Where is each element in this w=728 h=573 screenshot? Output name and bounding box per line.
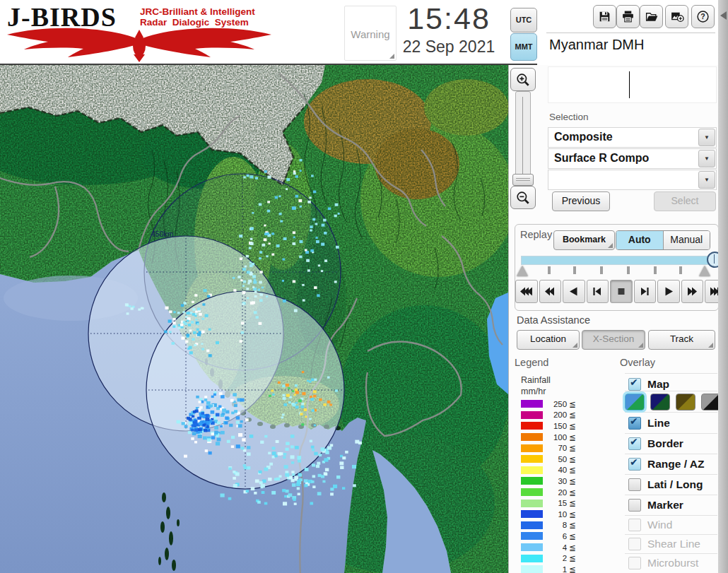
- rain-echo-pixel: [245, 266, 247, 268]
- map-style-olive-khaki[interactable]: [676, 394, 695, 410]
- rain-echo-pixel: [283, 259, 286, 261]
- step-forward-button[interactable]: [634, 280, 657, 303]
- rain-echo-pixel: [259, 271, 262, 273]
- rain-echo-pixel: [240, 340, 242, 343]
- rain-echo-pixel: [178, 327, 181, 329]
- location-button[interactable]: Location: [517, 330, 580, 350]
- checkbox[interactable]: [628, 478, 641, 491]
- collapse-arrow-icon[interactable]: [720, 11, 727, 20]
- skip-forward-icon: [686, 287, 698, 296]
- panel-collapse-strip[interactable]: [718, 0, 728, 573]
- skip-backward-fast-button[interactable]: [515, 280, 538, 303]
- chevron-down-icon[interactable]: ▼: [698, 150, 715, 167]
- selection-combo-product[interactable]: Surface R Compo ▼: [548, 148, 717, 169]
- rain-echo-pixel: [322, 224, 325, 227]
- rain-echo-pixel: [279, 475, 282, 478]
- rain-echo-pixel: [196, 329, 199, 331]
- selection-combo-category[interactable]: Composite ▼: [548, 127, 717, 148]
- map-zoom-in-button[interactable]: [510, 68, 536, 91]
- skip-forward-button[interactable]: [681, 280, 704, 303]
- map-zoom-slider[interactable]: [515, 91, 531, 184]
- map-style-navy-darkgreen[interactable]: [650, 394, 670, 410]
- rain-echo-pixel: [181, 337, 184, 340]
- rain-echo-pixel: [321, 447, 325, 451]
- rain-echo-pixel: [187, 320, 189, 322]
- message-textbox[interactable]: [548, 66, 717, 103]
- rain-echo-pixel: [231, 445, 234, 448]
- rain-echo-pixel: [283, 453, 286, 456]
- rain-echo-pixel: [169, 310, 172, 313]
- checkbox[interactable]: ✔: [628, 378, 641, 391]
- stop-button[interactable]: [610, 280, 633, 303]
- map-style-blue-green[interactable]: [625, 394, 645, 410]
- overlay-item-lati-long[interactable]: Lati / Long: [628, 478, 703, 492]
- rain-echo-pixel: [321, 270, 323, 272]
- legend-swatch: [521, 543, 543, 551]
- save-button[interactable]: [593, 5, 616, 28]
- rain-echo-pixel: [205, 449, 208, 452]
- overlay-item-range-az[interactable]: ✔Range / AZ: [628, 457, 704, 471]
- track-button[interactable]: Track: [648, 330, 715, 350]
- rain-echo-pixel: [210, 404, 213, 407]
- overlay-item-marker[interactable]: Marker: [628, 498, 683, 512]
- overlay-item-map[interactable]: ✔Map: [628, 377, 669, 391]
- rain-echo-pixel: [358, 442, 362, 444]
- print-button[interactable]: [616, 5, 640, 28]
- rain-echo-pixel: [289, 476, 293, 480]
- utc-toggle-button[interactable]: UTC: [510, 8, 537, 33]
- map-zoom-slider-handle[interactable]: [512, 174, 534, 186]
- auto-mode-button[interactable]: Auto: [616, 231, 663, 249]
- rain-echo-pixel: [314, 286, 317, 289]
- previous-button[interactable]: Previous: [552, 191, 610, 211]
- select-button[interactable]: Select: [654, 191, 716, 211]
- help-button[interactable]: ?: [691, 5, 715, 28]
- overlay-item-line[interactable]: ✔Line: [628, 416, 670, 430]
- rain-echo-pixel: [197, 333, 201, 336]
- bookmark-button[interactable]: Bookmark: [553, 230, 615, 250]
- rain-echo-pixel: [323, 403, 326, 406]
- overlay-item-microburst: Microburst: [628, 556, 698, 570]
- rain-echo-pixel: [228, 497, 232, 500]
- rain-echo-pixel: [310, 440, 312, 443]
- manual-mode-button[interactable]: Manual: [663, 231, 710, 249]
- rain-echo-pixel: [247, 446, 250, 449]
- step-backward-button[interactable]: [587, 280, 609, 303]
- rain-echo-pixel: [300, 240, 303, 243]
- radar-map[interactable]: 450km: [0, 65, 508, 573]
- x-section-button[interactable]: X-Section: [582, 330, 645, 350]
- open-file-button[interactable]: [640, 5, 663, 28]
- skip-backward-button[interactable]: [539, 280, 562, 303]
- rain-echo-pixel: [299, 256, 302, 259]
- overlay-item-label: Marker: [647, 499, 683, 512]
- play-backward-button[interactable]: [563, 280, 585, 303]
- rain-echo-pixel: [293, 170, 295, 172]
- panel-divider-line: [508, 65, 509, 573]
- selection-combo-extra[interactable]: ▼: [548, 170, 717, 190]
- legend-swatch: [521, 500, 543, 507]
- chevron-down-icon[interactable]: ▼: [698, 129, 715, 146]
- mmt-toggle-button[interactable]: MMT: [510, 33, 537, 61]
- map-zoom-out-button[interactable]: [510, 186, 536, 209]
- replay-slider-track[interactable]: [521, 256, 715, 265]
- replay-start-marker[interactable]: [517, 266, 528, 276]
- rain-echo-pixel: [262, 287, 264, 289]
- rain-echo-pixel: [253, 280, 257, 283]
- rain-echo-pixel: [295, 384, 298, 386]
- replay-end-marker[interactable]: [699, 266, 710, 276]
- legend-row: 10 ≦: [521, 509, 576, 520]
- play-forward-button[interactable]: [657, 280, 680, 303]
- rain-echo-pixel: [335, 203, 339, 206]
- play-backward-icon: [568, 287, 580, 296]
- rain-echo-pixel: [225, 421, 228, 424]
- add-image-button[interactable]: [665, 5, 688, 28]
- checkbox[interactable]: ✔: [628, 458, 641, 471]
- rain-echo-pixel: [318, 474, 322, 477]
- rain-echo-pixel: [276, 440, 279, 443]
- checkbox[interactable]: ✔: [628, 417, 641, 430]
- checkbox[interactable]: [628, 499, 641, 512]
- rain-echo-pixel: [290, 455, 295, 459]
- checkbox[interactable]: ✔: [628, 437, 641, 450]
- chevron-down-icon[interactable]: ▼: [698, 171, 715, 189]
- rain-echo-pixel: [187, 312, 190, 314]
- overlay-item-border[interactable]: ✔Border: [628, 437, 683, 451]
